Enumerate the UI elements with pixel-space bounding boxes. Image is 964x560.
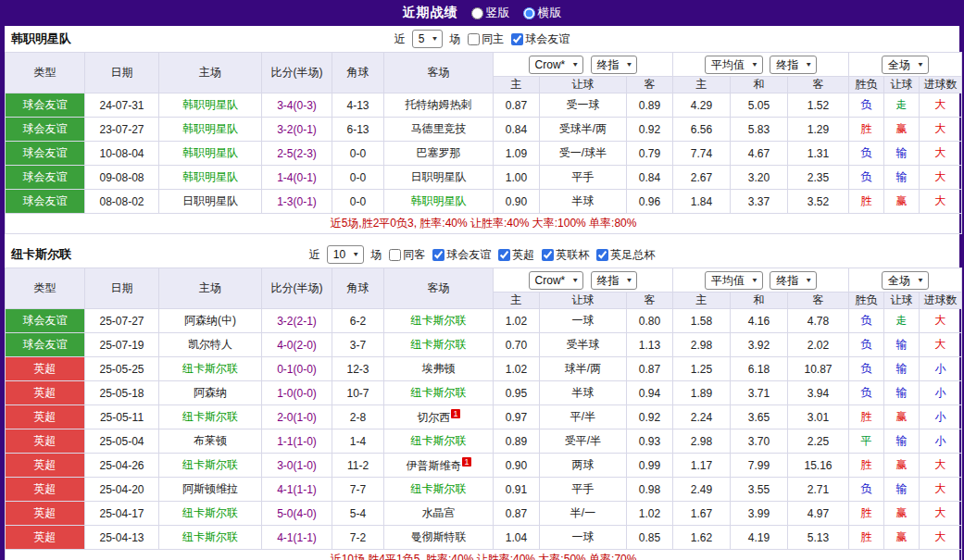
odds-handicap: 半球 xyxy=(540,381,627,405)
match-date: 24-07-31 xyxy=(85,93,159,118)
match-count-select[interactable]: 5▼ xyxy=(412,30,444,48)
col-header-odds-home: 主 xyxy=(494,77,540,93)
filter-checkbox[interactable]: 英超 xyxy=(498,247,534,263)
avg-draw: 3.55 xyxy=(731,478,788,502)
filter-checkbox[interactable]: 球会友谊 xyxy=(511,31,570,47)
away-team-name: 伊普斯维奇 xyxy=(406,459,461,472)
odds-home: 0.87 xyxy=(494,93,540,118)
result-handicap: 输 xyxy=(884,381,920,405)
full-match-select[interactable]: 全场▼ xyxy=(882,271,929,290)
result-win-loss: 负 xyxy=(849,478,884,502)
layout-radio-vertical[interactable]: 竖版 xyxy=(471,5,510,21)
home-team-name: 阿森纳(中) xyxy=(184,314,236,327)
average-time-select[interactable]: 终指▼ xyxy=(770,56,817,74)
avg-home: 2.98 xyxy=(673,333,731,357)
section-header: 韩职明星队 近5▼场同主球会友谊 xyxy=(5,26,959,52)
odds-time-select[interactable]: 终指▼ xyxy=(591,271,638,290)
radio-input[interactable] xyxy=(523,7,535,19)
odds-away: 1.13 xyxy=(627,333,673,357)
avg-home: 1.17 xyxy=(673,454,731,478)
odds-source-select[interactable]: Crow*▼ xyxy=(529,271,584,290)
avg-home: 1.89 xyxy=(673,381,731,405)
chevron-down-icon: ▼ xyxy=(917,274,924,287)
filter-checkbox[interactable]: 同主 xyxy=(468,31,504,47)
away-team: 马德里竞技 xyxy=(384,118,494,142)
corner-score: 7-7 xyxy=(332,478,384,502)
odds-away: 0.94 xyxy=(627,381,673,405)
match-score: 5-0(4-0) xyxy=(262,502,332,526)
col-header-home: 主场 xyxy=(159,268,262,309)
checkbox-input[interactable] xyxy=(542,249,554,261)
col-header-odds-away: 客 xyxy=(627,292,673,309)
checkbox-input[interactable] xyxy=(468,33,480,45)
checkbox-input[interactable] xyxy=(498,249,510,261)
checkbox-input[interactable] xyxy=(389,249,401,261)
home-team: 阿斯顿维拉 xyxy=(159,478,262,502)
avg-away: 15.16 xyxy=(788,454,849,478)
filter-checkbox[interactable]: 同客 xyxy=(389,247,425,263)
away-team-name: 托特纳姆热刺 xyxy=(406,98,472,111)
result-handicap: 输 xyxy=(884,357,920,381)
away-team-name: 埃弗顿 xyxy=(422,362,456,375)
result-goals: 大 xyxy=(920,309,962,333)
match-date: 25-05-18 xyxy=(85,381,159,405)
home-team: 纽卡斯尔联 xyxy=(159,405,262,429)
select-value: 全场 xyxy=(888,57,910,72)
radio-label: 竖版 xyxy=(486,5,510,21)
result-goals: 大 xyxy=(920,454,962,478)
odds-source-select[interactable]: Crow*▼ xyxy=(529,56,584,74)
home-team: 纽卡斯尔联 xyxy=(159,357,262,381)
chevron-down-icon: ▼ xyxy=(917,58,924,71)
filter-checkbox[interactable]: 球会友谊 xyxy=(432,247,491,263)
away-team: 纽卡斯尔联 xyxy=(384,309,494,333)
league-type-badge: 英超 xyxy=(6,429,85,454)
result-handicap: 赢 xyxy=(884,502,920,526)
odds-away: 0.92 xyxy=(627,405,673,429)
full-match-select[interactable]: 全场▼ xyxy=(882,56,929,74)
average-select[interactable]: 平均值▼ xyxy=(705,271,763,290)
odds-home: 1.02 xyxy=(494,357,540,381)
odds-handicap: 一球 xyxy=(540,526,627,550)
layout-radio-horizontal[interactable]: 横版 xyxy=(523,5,562,21)
filter-checkbox[interactable]: 英足总杯 xyxy=(596,247,655,263)
match-count-select[interactable]: 10▼ xyxy=(327,245,364,264)
result-goals: 大 xyxy=(920,166,962,190)
corner-score: 3-7 xyxy=(332,333,384,357)
match-row: 英超25-04-20阿斯顿维拉4-1(1-1)7-7纽卡斯尔联0.91平手0.9… xyxy=(6,478,962,502)
result-goals: 小 xyxy=(920,429,962,454)
result-win-loss: 负 xyxy=(849,333,884,357)
avg-away: 4.78 xyxy=(788,309,849,333)
home-team: 纽卡斯尔联 xyxy=(159,502,262,526)
filter-checkbox[interactable]: 英联杯 xyxy=(542,247,589,263)
select-value: 全场 xyxy=(888,273,910,288)
away-team: 切尔西1 xyxy=(384,405,494,429)
away-team-name: 纽卡斯尔联 xyxy=(411,338,467,351)
odds-home: 0.95 xyxy=(494,381,540,405)
match-score: 4-1(1-1) xyxy=(262,526,332,550)
home-team-name: 阿斯顿维拉 xyxy=(182,482,238,495)
team-section: 纽卡斯尔联 近10▼场同客球会友谊英超英联杯英足总杯 类型 日期 主场 比分(半… xyxy=(5,242,959,560)
avg-away: 3.01 xyxy=(788,405,849,429)
average-select[interactable]: 平均值▼ xyxy=(705,56,763,74)
col-header-avg-draw: 和 xyxy=(731,292,788,309)
away-team: 巴塞罗那 xyxy=(384,142,494,166)
checkbox-input[interactable] xyxy=(596,249,608,261)
result-handicap: 赢 xyxy=(884,454,920,478)
result-goals: 小 xyxy=(920,381,962,405)
result-win-loss: 胜 xyxy=(849,118,884,142)
avg-draw: 4.67 xyxy=(731,142,788,166)
away-team: 日职明星队 xyxy=(384,166,494,190)
home-team: 纽卡斯尔联 xyxy=(159,454,262,478)
result-goals: 大 xyxy=(920,142,962,166)
avg-away: 3.52 xyxy=(788,190,849,214)
avg-draw: 3.70 xyxy=(731,429,788,454)
corner-score: 4-13 xyxy=(332,93,384,118)
avg-home: 2.24 xyxy=(673,405,731,429)
result-win-loss: 负 xyxy=(849,381,884,405)
checkbox-input[interactable] xyxy=(511,33,523,45)
radio-input[interactable] xyxy=(471,7,483,19)
average-time-select[interactable]: 终指▼ xyxy=(770,271,817,290)
checkbox-input[interactable] xyxy=(432,249,444,261)
team-badge: 1 xyxy=(462,457,470,467)
odds-time-select[interactable]: 终指▼ xyxy=(591,56,638,74)
